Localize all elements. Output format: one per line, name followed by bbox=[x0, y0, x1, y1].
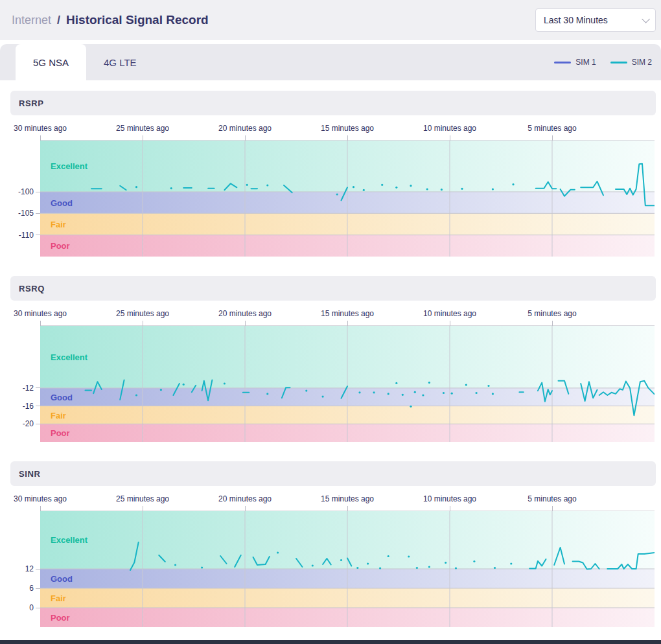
y-tick-label: -110 bbox=[19, 231, 40, 240]
band-label-good: Good bbox=[51, 574, 73, 584]
x-tick-mark bbox=[245, 135, 246, 141]
data-point bbox=[266, 184, 268, 186]
data-point bbox=[428, 382, 430, 384]
x-tick-label: 5 minutes ago bbox=[528, 309, 576, 318]
data-point bbox=[336, 193, 338, 195]
x-tick-label: 10 minutes ago bbox=[423, 124, 476, 133]
data-point bbox=[512, 183, 514, 185]
legend: SIM 1SIM 2 bbox=[554, 44, 661, 80]
chevron-down-icon bbox=[642, 15, 650, 23]
x-tick-label: 15 minutes ago bbox=[321, 309, 374, 318]
plot-row: -100-105-110 ExcellentGoodFairPoor bbox=[0, 140, 661, 257]
data-point bbox=[422, 394, 424, 396]
legend-item-sim2: SIM 2 bbox=[610, 58, 652, 67]
x-tick-mark bbox=[347, 135, 348, 141]
x-tick-label: 5 minutes ago bbox=[528, 124, 576, 133]
x-tick-mark bbox=[245, 506, 246, 511]
data-point bbox=[379, 567, 381, 569]
x-tick-label: 20 minutes ago bbox=[218, 309, 272, 318]
tab-bar: 5G NSA4G LTESIM 1SIM 2 bbox=[0, 44, 661, 80]
data-point bbox=[408, 555, 410, 557]
data-point bbox=[510, 562, 512, 564]
x-tick-label: 5 minutes ago bbox=[528, 494, 576, 503]
x-tick-label: 30 minutes ago bbox=[14, 494, 67, 503]
data-point bbox=[170, 187, 172, 189]
plot-row: 1260 ExcellentGoodFairPoor bbox=[0, 511, 661, 627]
y-tick-label: 0 bbox=[29, 603, 40, 612]
data-point bbox=[426, 188, 428, 190]
data-point bbox=[381, 184, 383, 186]
data-point bbox=[224, 382, 226, 384]
data-point bbox=[492, 393, 494, 395]
main-content: RSRP 30 minutes ago25 minutes ago20 minu… bbox=[0, 80, 661, 627]
x-tick-label: 30 minutes ago bbox=[14, 124, 67, 133]
data-point bbox=[451, 393, 453, 395]
data-point bbox=[487, 385, 489, 387]
x-tick-mark bbox=[40, 321, 41, 326]
x-tick-mark bbox=[143, 321, 143, 326]
data-point bbox=[410, 406, 412, 408]
band-label-poor: Poor bbox=[51, 241, 70, 251]
data-point bbox=[494, 567, 496, 569]
band-label-fair: Fair bbox=[51, 220, 66, 229]
legend-item-sim1: SIM 1 bbox=[554, 58, 596, 67]
data-point bbox=[135, 394, 137, 396]
data-point bbox=[160, 389, 162, 391]
chart-title-bar: SINR bbox=[10, 461, 656, 486]
data-point bbox=[455, 567, 457, 569]
chart-canvas: ExcellentGoodFairPoor bbox=[40, 511, 655, 627]
data-point bbox=[183, 384, 185, 385]
data-point bbox=[388, 555, 389, 557]
chart-title: SINR bbox=[19, 469, 40, 479]
data-point bbox=[428, 566, 430, 568]
rsrq-chart-section: RSRQ 30 minutes ago25 minutes ago20 minu… bbox=[0, 276, 661, 442]
x-axis-labels: 30 minutes ago25 minutes ago20 minutes a… bbox=[40, 494, 655, 511]
y-tick-label: -105 bbox=[18, 209, 40, 218]
data-point bbox=[305, 390, 307, 392]
x-tick-label: 25 minutes ago bbox=[116, 309, 169, 318]
data-point bbox=[414, 391, 416, 393]
band-label-poor: Poor bbox=[51, 613, 70, 623]
chart-canvas: ExcellentGoodFairPoor bbox=[40, 140, 655, 257]
chart-title: RSRQ bbox=[19, 284, 45, 293]
x-tick-mark bbox=[40, 506, 41, 511]
y-tick-label: -12 bbox=[23, 384, 40, 393]
y-axis-labels: -12-16-20 bbox=[0, 325, 40, 442]
y-axis-labels: 1260 bbox=[0, 511, 40, 627]
legend-line-swatch bbox=[554, 62, 571, 63]
data-point bbox=[312, 564, 314, 566]
data-point bbox=[135, 186, 137, 188]
x-tick-label: 20 minutes ago bbox=[218, 124, 272, 133]
legend-label: SIM 1 bbox=[575, 58, 596, 67]
x-tick-label: 25 minutes ago bbox=[116, 494, 169, 503]
x-tick-mark bbox=[245, 321, 246, 326]
x-axis-labels: 30 minutes ago25 minutes ago20 minutes a… bbox=[40, 123, 655, 140]
breadcrumb-parent[interactable]: Internet bbox=[12, 14, 51, 27]
band-label-fair: Fair bbox=[51, 593, 66, 603]
x-tick-label: 20 minutes ago bbox=[218, 494, 272, 503]
band-label-excellent: Excellent bbox=[51, 161, 88, 171]
chart-plot: ExcellentGoodFairPoor bbox=[40, 325, 655, 442]
data-point bbox=[363, 189, 365, 191]
tab-4g-lte[interactable]: 4G LTE bbox=[86, 44, 154, 80]
data-point bbox=[461, 188, 463, 190]
tab-5g-nsa[interactable]: 5G NSA bbox=[16, 44, 86, 80]
band-label-fair: Fair bbox=[51, 411, 66, 420]
data-point bbox=[445, 562, 446, 564]
y-tick-label: 6 bbox=[29, 584, 40, 593]
band-label-good: Good bbox=[51, 198, 73, 208]
y-tick-label: 12 bbox=[25, 564, 40, 573]
x-tick-mark bbox=[450, 321, 450, 326]
legend-line-swatch bbox=[610, 62, 627, 63]
x-tick-mark bbox=[143, 135, 143, 141]
x-axis-labels: 30 minutes ago25 minutes ago20 minutes a… bbox=[40, 308, 655, 325]
x-tick-label: 30 minutes ago bbox=[14, 309, 67, 318]
x-tick-label: 10 minutes ago bbox=[423, 494, 476, 503]
legend-label: SIM 2 bbox=[632, 58, 652, 67]
chart-plot: ExcellentGoodFairPoor bbox=[40, 511, 655, 627]
time-range-select[interactable]: Last 30 Minutes bbox=[535, 8, 656, 32]
chart-title-bar: RSRP bbox=[10, 91, 656, 115]
data-point bbox=[465, 384, 467, 386]
x-tick-label: 25 minutes ago bbox=[116, 124, 169, 133]
chart-canvas: ExcellentGoodFairPoor bbox=[40, 325, 655, 442]
